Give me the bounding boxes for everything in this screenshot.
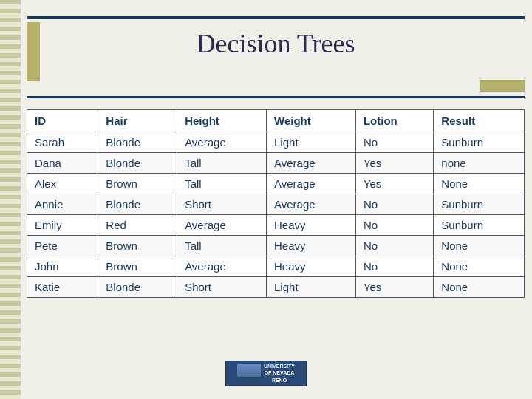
table-row: JohnBrownAverageHeavyNoNone bbox=[27, 256, 525, 277]
table-cell-result-3: Sunburn bbox=[434, 194, 525, 215]
table-cell-weight-5: Heavy bbox=[267, 236, 356, 256]
table-row: DanaBlondeTallAverageYesnone bbox=[27, 153, 525, 174]
table-cell-hair-2: Brown bbox=[98, 174, 177, 194]
table-cell-height-3: Short bbox=[177, 194, 267, 215]
table-cell-weight-2: Average bbox=[267, 174, 356, 194]
table-cell-id-3: Annie bbox=[27, 194, 98, 215]
table-row: KatieBlondeShortLightYesNone bbox=[27, 277, 525, 298]
table-cell-height-4: Average bbox=[177, 215, 267, 236]
table-cell-id-5: Pete bbox=[27, 236, 98, 256]
table-cell-result-7: None bbox=[434, 277, 525, 298]
university-logo: UNIVERSITYOF NEVADARENO bbox=[225, 361, 307, 386]
table-cell-id-6: John bbox=[27, 256, 98, 277]
table-cell-height-0: Average bbox=[177, 132, 267, 153]
table-cell-id-7: Katie bbox=[27, 277, 98, 298]
table-cell-weight-4: Heavy bbox=[267, 215, 356, 236]
column-header-id: ID bbox=[27, 110, 98, 132]
column-header-hair: Hair bbox=[98, 110, 177, 132]
table-cell-weight-7: Light bbox=[267, 277, 356, 298]
table-cell-height-1: Tall bbox=[177, 153, 267, 174]
table-cell-lotion-6: No bbox=[355, 256, 433, 277]
column-header-height: Height bbox=[177, 110, 267, 132]
table-cell-height-6: Average bbox=[177, 256, 267, 277]
table-body: SarahBlondeAverageLightNoSunburnDanaBlon… bbox=[27, 132, 525, 298]
logo-box: UNIVERSITYOF NEVADARENO bbox=[225, 361, 307, 386]
table-cell-height-5: Tall bbox=[177, 236, 267, 256]
deco-rect-right bbox=[480, 80, 525, 92]
table-cell-hair-7: Blonde bbox=[98, 277, 177, 298]
table-cell-hair-5: Brown bbox=[98, 236, 177, 256]
table-cell-hair-0: Blonde bbox=[98, 132, 177, 153]
table-cell-height-7: Short bbox=[177, 277, 267, 298]
table-cell-result-2: None bbox=[434, 174, 525, 194]
table-cell-id-0: Sarah bbox=[27, 132, 98, 153]
table-cell-lotion-3: No bbox=[355, 194, 433, 215]
logo-text: UNIVERSITYOF NEVADARENO bbox=[264, 363, 295, 383]
table-cell-weight-6: Heavy bbox=[267, 256, 356, 277]
table-cell-lotion-0: No bbox=[355, 132, 433, 153]
table-cell-result-1: none bbox=[434, 153, 525, 174]
table-cell-hair-6: Brown bbox=[98, 256, 177, 277]
table-cell-result-6: None bbox=[434, 256, 525, 277]
table-cell-lotion-7: Yes bbox=[355, 277, 433, 298]
column-header-lotion: Lotion bbox=[355, 110, 433, 132]
table-cell-result-0: Sunburn bbox=[434, 132, 525, 153]
column-header-result: Result bbox=[434, 110, 525, 132]
bottom-line bbox=[27, 96, 525, 98]
table-cell-hair-3: Blonde bbox=[98, 194, 177, 215]
table-cell-result-5: None bbox=[434, 236, 525, 256]
decision-tree-table: IDHairHeightWeightLotionResult SarahBlon… bbox=[27, 109, 525, 298]
page-title: Decision Trees bbox=[27, 28, 525, 59]
table-cell-weight-1: Average bbox=[267, 153, 356, 174]
table-row: EmilyRedAverageHeavyNoSunburn bbox=[27, 215, 525, 236]
table-row: SarahBlondeAverageLightNoSunburn bbox=[27, 132, 525, 153]
table-cell-hair-4: Red bbox=[98, 215, 177, 236]
side-decoration bbox=[0, 0, 21, 399]
top-line bbox=[27, 16, 525, 19]
table-cell-lotion-1: Yes bbox=[355, 153, 433, 174]
table-cell-id-4: Emily bbox=[27, 215, 98, 236]
table-header-row: IDHairHeightWeightLotionResult bbox=[27, 110, 525, 132]
table-cell-lotion-5: No bbox=[355, 236, 433, 256]
table-cell-lotion-2: Yes bbox=[355, 174, 433, 194]
column-header-weight: Weight bbox=[267, 110, 356, 132]
data-table-container: IDHairHeightWeightLotionResult SarahBlon… bbox=[27, 109, 525, 298]
table-row: PeteBrownTallHeavyNoNone bbox=[27, 236, 525, 256]
table-cell-result-4: Sunburn bbox=[434, 215, 525, 236]
table-cell-lotion-4: No bbox=[355, 215, 433, 236]
table-cell-weight-0: Light bbox=[267, 132, 356, 153]
table-cell-height-2: Tall bbox=[177, 174, 267, 194]
table-cell-id-1: Dana bbox=[27, 153, 98, 174]
table-cell-id-2: Alex bbox=[27, 174, 98, 194]
table-row: AlexBrownTallAverageYesNone bbox=[27, 174, 525, 194]
table-cell-weight-3: Average bbox=[267, 194, 356, 215]
logo-image bbox=[237, 364, 261, 383]
table-cell-hair-1: Blonde bbox=[98, 153, 177, 174]
table-row: AnnieBlondeShortAverageNoSunburn bbox=[27, 194, 525, 215]
